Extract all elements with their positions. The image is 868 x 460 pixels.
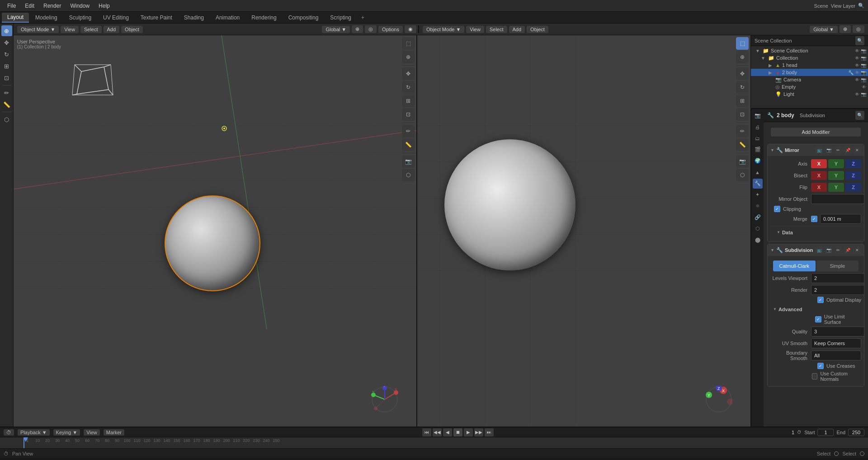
- head-render-icon[interactable]: 📷: [861, 63, 866, 68]
- rt-right-select[interactable]: ⬚: [736, 37, 749, 50]
- proportional-right[interactable]: ◎: [853, 25, 864, 33]
- light-vis-icon[interactable]: 👁: [855, 92, 859, 97]
- scene-vis-icon[interactable]: 👁: [855, 48, 859, 53]
- body-render-icon[interactable]: 📷: [861, 70, 866, 75]
- transform-right[interactable]: Global ▼: [810, 26, 838, 33]
- rt-measure[interactable]: 📏: [402, 138, 415, 151]
- mirror-edit-btn[interactable]: ✏: [834, 146, 842, 154]
- snap-right[interactable]: ⊕: [840, 25, 851, 33]
- outliner-item-camera[interactable]: 📷 Camera 👁 📷: [751, 76, 868, 83]
- select-menu-right[interactable]: Select: [486, 26, 507, 33]
- mirror-axis-x[interactable]: X: [811, 159, 827, 168]
- add-modifier-btn[interactable]: Add Modifier: [771, 128, 861, 137]
- pi-data[interactable]: ⬡: [753, 224, 763, 234]
- mirror-delete-btn[interactable]: ✕: [853, 146, 861, 154]
- rt-right-transform[interactable]: ⊡: [736, 108, 749, 121]
- outliner-item-light[interactable]: 💡 Light 👁 📷: [751, 90, 868, 98]
- view-menu-left[interactable]: View: [61, 26, 79, 33]
- rt-scale[interactable]: ⊞: [402, 95, 415, 107]
- tl-skip-end[interactable]: ⏭: [485, 428, 494, 436]
- rt-right-rotate[interactable]: ↻: [736, 81, 749, 94]
- outliner-item-body[interactable]: ▶ ▲ 2 body 🔧 👁 📷: [751, 69, 868, 76]
- props-search-btn[interactable]: 🔍: [855, 111, 864, 120]
- subd-edit-btn[interactable]: ✏: [834, 246, 842, 254]
- viewport-left[interactable]: User Perspective (1) Collection | 2 body…: [14, 35, 417, 427]
- select-menu-left[interactable]: Select: [80, 26, 102, 33]
- workspace-tab-texture-paint[interactable]: Texture Paint: [135, 13, 178, 22]
- gizmo-widget-right[interactable]: X Y Z: [705, 386, 732, 413]
- pi-world[interactable]: 🌍: [753, 156, 763, 166]
- subd-render-input[interactable]: [811, 285, 864, 295]
- timeline-ruler[interactable]: 1 10 20 30 40 50 60 70 80 90 100 110 120…: [0, 437, 868, 448]
- rt-view-camera[interactable]: 📷: [402, 155, 415, 168]
- menu-help[interactable]: Help: [95, 2, 113, 10]
- view-menu-right[interactable]: View: [466, 26, 484, 33]
- outliner-item-collection[interactable]: ▼ 📁 Collection 👁 📷: [751, 54, 868, 62]
- mirror-data-divider[interactable]: Data: [774, 228, 858, 237]
- coll2-render-icon[interactable]: 📷: [861, 56, 866, 61]
- subd-advanced-divider[interactable]: Advanced: [770, 305, 861, 314]
- rt-cursor[interactable]: ⊕: [402, 51, 415, 63]
- workspace-add-button[interactable]: +: [358, 13, 368, 22]
- subd-limit-cb[interactable]: [815, 316, 821, 322]
- scene-render-icon[interactable]: 📷: [861, 48, 866, 53]
- subdivision-modifier-header[interactable]: ▼ 🔧 Subdivision 📺 📷 ✏ 📌 ✕: [768, 244, 864, 256]
- subd-delete-btn[interactable]: ✕: [853, 246, 861, 254]
- menu-window[interactable]: Window: [66, 2, 93, 10]
- tl-playback-icon[interactable]: ⏱: [4, 429, 14, 436]
- object-menu-left[interactable]: Object: [121, 26, 143, 33]
- outliner-item-scene-collection[interactable]: ▼ 📁 Scene Collection 👁 📷: [751, 47, 868, 54]
- workspace-tab-shading[interactable]: Shading: [179, 13, 209, 22]
- tool-annotate[interactable]: ✏: [1, 87, 12, 98]
- subd-boundary-select[interactable]: All Keep Corners None: [811, 351, 861, 360]
- tool-rotate[interactable]: ↻: [1, 49, 12, 60]
- tl-prev-keyframe[interactable]: ◀◀: [433, 428, 442, 436]
- tool-cursor[interactable]: ⊕: [1, 25, 12, 36]
- snap-left[interactable]: ⊕: [352, 25, 363, 33]
- subd-pin-btn[interactable]: 📌: [844, 246, 852, 254]
- head-vis-icon[interactable]: 👁: [855, 63, 859, 68]
- menu-render[interactable]: Render: [40, 2, 65, 10]
- outliner-filter-btn[interactable]: 🔍: [855, 36, 864, 45]
- workspace-tab-compositing[interactable]: Compositing: [283, 13, 324, 22]
- subd-creases-cb[interactable]: [817, 363, 824, 369]
- add-menu-right[interactable]: Add: [509, 26, 525, 33]
- outliner-item-empty[interactable]: ◎ Empty 👁: [751, 83, 868, 90]
- mirror-pin-btn[interactable]: 📌: [844, 146, 852, 154]
- mirror-flip-z[interactable]: Z: [845, 183, 861, 192]
- mirror-merge-value[interactable]: [820, 214, 861, 224]
- rt-rotate[interactable]: ↻: [402, 81, 415, 94]
- workspace-tab-animation[interactable]: Animation: [210, 13, 245, 22]
- rt-right-persp[interactable]: ⬡: [736, 169, 749, 181]
- mirror-modifier-header[interactable]: ▼ 🔧 Mirror 📺 📷 ✏ 📌 ✕: [768, 144, 864, 156]
- rt-right-move[interactable]: ✥: [736, 67, 749, 80]
- subd-normals-cb[interactable]: [812, 373, 817, 379]
- tl-stop[interactable]: ⏹: [453, 428, 462, 436]
- mirror-clipping-cb[interactable]: [774, 206, 780, 212]
- pi-particles[interactable]: ✦: [753, 190, 763, 200]
- add-menu-left[interactable]: Add: [104, 26, 120, 33]
- tool-add-cube[interactable]: ⬡: [1, 114, 12, 125]
- tool-move[interactable]: ✥: [1, 37, 12, 48]
- pi-view-layer[interactable]: 🗂: [753, 133, 763, 143]
- scene-name[interactable]: Scene: [814, 3, 828, 9]
- rt-view-persp[interactable]: ⬡: [402, 169, 415, 181]
- rt-transform[interactable]: ⊡: [402, 108, 415, 121]
- rt-select-box[interactable]: ⬚: [402, 37, 415, 50]
- subd-levels-input[interactable]: [811, 273, 864, 283]
- pi-scene[interactable]: 🎬: [753, 145, 763, 155]
- rt-right-measure[interactable]: 📏: [736, 138, 749, 151]
- tl-play-reverse[interactable]: ◀: [443, 428, 452, 436]
- object-menu-right[interactable]: Object: [527, 26, 548, 33]
- shading-left[interactable]: ◉: [405, 25, 416, 33]
- pi-physics[interactable]: ⚛: [753, 201, 763, 211]
- search-icon[interactable]: 🔍: [858, 3, 864, 9]
- object-mode-btn-left[interactable]: Object Mode ▼: [17, 26, 59, 33]
- coll2-vis-icon[interactable]: 👁: [855, 56, 859, 61]
- tl-play[interactable]: ▶: [464, 428, 473, 436]
- object-mode-btn-right[interactable]: Object Mode ▼: [423, 26, 464, 33]
- subd-uvsmooth-select[interactable]: Keep Corners All None: [811, 338, 861, 348]
- view-layer-name[interactable]: View Layer: [831, 3, 855, 9]
- mirror-bisect-y[interactable]: Y: [828, 171, 844, 180]
- tl-next-keyframe[interactable]: ▶▶: [474, 428, 483, 436]
